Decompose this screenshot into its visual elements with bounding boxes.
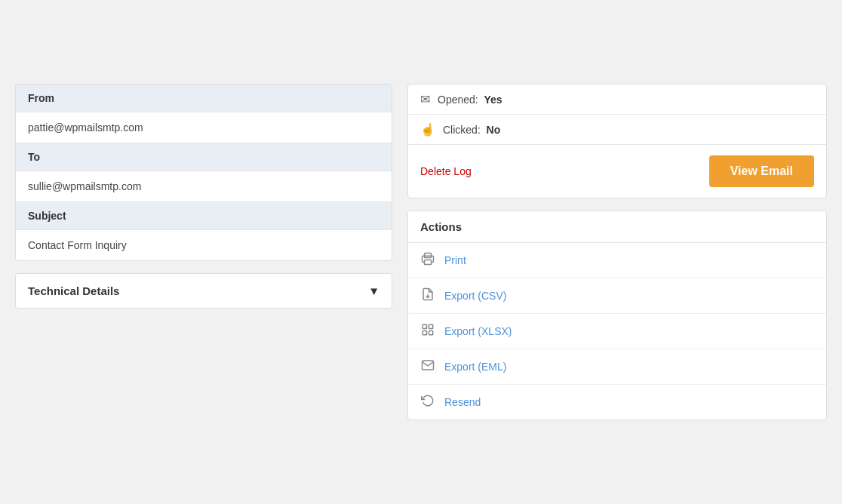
- to-row: To sullie@wpmailsmtp.com: [16, 143, 392, 201]
- action-export-csv-label: Export (CSV): [444, 290, 506, 302]
- action-print[interactable]: Print: [408, 243, 826, 278]
- action-export-csv[interactable]: Export (CSV): [408, 278, 826, 314]
- from-value: pattie@wpmailsmtp.com: [16, 112, 392, 143]
- subject-value: Contact Form Inquiry: [16, 229, 392, 260]
- export-xlsx-icon: [420, 323, 435, 340]
- action-export-xlsx[interactable]: Export (XLSX): [408, 314, 826, 349]
- action-export-eml-label: Export (EML): [444, 361, 506, 373]
- svg-rect-6: [429, 331, 433, 335]
- opened-row: ✉ Opened: Yes: [408, 85, 826, 115]
- opened-text: Opened: Yes: [438, 94, 502, 106]
- action-print-label: Print: [444, 254, 466, 266]
- action-export-eml[interactable]: Export (EML): [408, 349, 826, 385]
- action-resend[interactable]: Resend: [408, 385, 826, 419]
- print-icon: [420, 252, 435, 269]
- view-email-button[interactable]: View Email: [709, 155, 814, 187]
- delete-log-link[interactable]: Delete Log: [420, 165, 472, 177]
- technical-details-label: Technical Details: [28, 284, 119, 297]
- right-panel: ✉ Opened: Yes ☝ Clicked: No Delete Log: [407, 84, 827, 420]
- actions-title: Actions: [408, 211, 826, 243]
- export-csv-icon: [420, 287, 435, 304]
- action-row: Delete Log View Email: [408, 144, 826, 198]
- clicked-row: ☝ Clicked: No: [408, 115, 826, 144]
- from-row: From pattie@wpmailsmtp.com: [16, 85, 392, 143]
- status-card: ✉ Opened: Yes ☝ Clicked: No Delete Log: [407, 84, 827, 198]
- opened-value: Yes: [484, 94, 502, 106]
- to-value: sullie@wpmailsmtp.com: [16, 171, 392, 201]
- technical-details-card[interactable]: Technical Details ▼: [15, 273, 392, 309]
- cursor-icon: ☝: [420, 122, 435, 137]
- technical-details-header[interactable]: Technical Details ▼: [16, 274, 392, 308]
- svg-rect-4: [429, 324, 433, 328]
- subject-label: Subject: [16, 201, 392, 229]
- export-eml-icon: [420, 358, 435, 375]
- envelope-icon: ✉: [420, 92, 430, 106]
- email-info-card: From pattie@wpmailsmtp.com To sullie@wpm…: [15, 84, 392, 261]
- action-export-xlsx-label: Export (XLSX): [444, 325, 512, 337]
- opened-label: Opened:: [438, 94, 478, 106]
- clicked-label: Clicked:: [443, 124, 481, 136]
- status-rows: ✉ Opened: Yes ☝ Clicked: No: [408, 85, 826, 144]
- actions-card: Actions Print: [407, 211, 827, 420]
- svg-rect-1: [425, 260, 432, 265]
- resend-icon: [420, 394, 435, 410]
- from-label: From: [16, 85, 392, 112]
- action-resend-label: Resend: [444, 396, 481, 408]
- svg-rect-5: [423, 331, 426, 335]
- left-panel: From pattie@wpmailsmtp.com To sullie@wpm…: [15, 84, 392, 309]
- to-label: To: [16, 143, 392, 171]
- clicked-value: No: [487, 124, 501, 136]
- svg-rect-3: [423, 324, 426, 328]
- subject-row: Subject Contact Form Inquiry: [16, 201, 392, 260]
- clicked-text: Clicked: No: [443, 124, 500, 136]
- chevron-down-icon: ▼: [368, 284, 380, 297]
